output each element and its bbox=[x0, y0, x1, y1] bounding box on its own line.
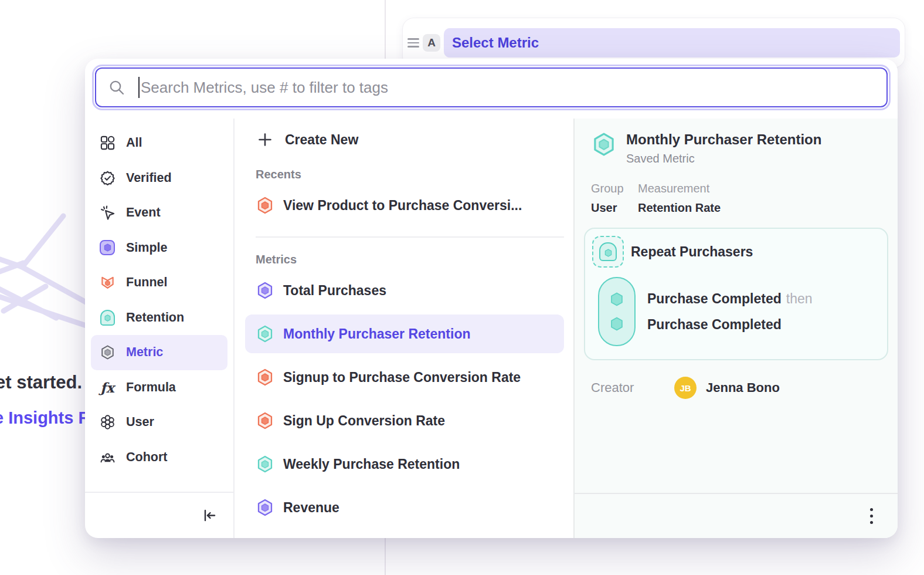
sidebar-item-formula[interactable]: ƒx Formula bbox=[91, 370, 227, 405]
detail-subtitle: Saved Metric bbox=[626, 152, 821, 165]
step-hexagon-icon bbox=[609, 292, 624, 307]
metric-item-label: Monthly Purchaser Retention bbox=[283, 326, 470, 342]
step-hexagon-icon bbox=[609, 316, 624, 332]
metric-item-label: Sign Up Conversion Rate bbox=[283, 413, 445, 429]
background-headline-fragment: et started. bbox=[0, 372, 82, 393]
select-metric-label: Select Metric bbox=[452, 35, 539, 51]
definition-steps: Purchase Completedthen Purchase Complete… bbox=[647, 277, 813, 346]
sidebar-item-cohort[interactable]: Cohort bbox=[91, 440, 227, 475]
app-background: et started. e Insights Re A Select Metri… bbox=[0, 0, 924, 575]
metric-item-revenue[interactable]: Revenue bbox=[245, 488, 564, 527]
collapse-sidebar-button[interactable] bbox=[201, 507, 218, 525]
search-focus-ring bbox=[92, 65, 891, 110]
sidebar-item-label: Formula bbox=[126, 380, 176, 395]
sidebar-item-user[interactable]: User bbox=[91, 405, 227, 440]
collapse-left-icon bbox=[201, 507, 218, 525]
sidebar-item-label: Funnel bbox=[126, 275, 167, 290]
sidebar-item-simple[interactable]: Simple bbox=[91, 231, 227, 266]
hexagon-teal-icon bbox=[256, 324, 274, 343]
hexagon-orange-icon bbox=[256, 368, 274, 387]
background-illustration bbox=[0, 211, 94, 364]
definition-header: Repeat Purchasers bbox=[592, 236, 879, 268]
sidebar-item-label: Simple bbox=[126, 241, 168, 255]
creator-name: Jenna Bono bbox=[706, 380, 780, 395]
detail-footer bbox=[575, 493, 898, 538]
hexagon-purple-icon bbox=[256, 281, 274, 300]
metric-item-label: View Product to Purchase Conversi... bbox=[283, 198, 522, 214]
metric-item-label: Revenue bbox=[283, 500, 339, 516]
plus-icon bbox=[256, 130, 274, 149]
creator-avatar: JB bbox=[674, 377, 697, 399]
definition-card: Repeat Purchasers bbox=[584, 228, 888, 360]
recents-section-label: Recents bbox=[256, 168, 564, 181]
sidebar-item-label: All bbox=[126, 136, 142, 150]
sidebar-item-label: Event bbox=[126, 205, 161, 220]
hexagon-teal-icon bbox=[256, 455, 274, 473]
create-new-button[interactable]: Create New bbox=[256, 127, 564, 153]
retention-definition-icon bbox=[592, 236, 624, 268]
modal-columns: All Verified bbox=[85, 119, 898, 538]
creator-row: Creator JB Jenna Bono bbox=[584, 377, 888, 399]
sidebar-item-metric[interactable]: Metric bbox=[91, 335, 227, 370]
search-input[interactable] bbox=[141, 79, 886, 97]
hexagon-orange-icon bbox=[256, 411, 274, 430]
group-field: Group User bbox=[584, 182, 638, 215]
sidebar-item-retention[interactable]: Retention bbox=[91, 300, 227, 336]
hexagon-orange-icon bbox=[256, 196, 274, 215]
sidebar-item-verified[interactable]: Verified bbox=[91, 161, 227, 196]
metric-list-panel: Create New Recents View Product to Purch… bbox=[235, 119, 573, 538]
hexagon-purple-icon bbox=[256, 498, 274, 517]
text-cursor bbox=[138, 77, 140, 98]
simple-hexagon-icon bbox=[99, 239, 116, 256]
step-2-event: Purchase Completed bbox=[647, 317, 782, 332]
drag-handle-icon[interactable] bbox=[407, 38, 419, 48]
metric-detail-panel: Monthly Purchaser Retention Saved Metric… bbox=[573, 119, 898, 538]
group-label: Group bbox=[591, 182, 638, 195]
verified-badge-icon bbox=[99, 170, 116, 186]
metric-item-label: Weekly Purchase Retention bbox=[283, 456, 460, 472]
cohort-people-icon bbox=[99, 449, 116, 465]
metrics-section-label: Metrics bbox=[256, 253, 564, 266]
recent-metric-item[interactable]: View Product to Purchase Conversi... bbox=[245, 186, 564, 225]
filter-sidebar: All Verified bbox=[85, 119, 235, 538]
more-options-button[interactable] bbox=[867, 505, 877, 527]
formula-fx-icon: ƒx bbox=[99, 379, 116, 395]
measurement-field: Measurement Retention Rate bbox=[638, 182, 721, 215]
search-bar[interactable] bbox=[95, 67, 888, 107]
sidebar-item-event[interactable]: Event bbox=[91, 195, 227, 231]
metric-item-monthly-purchaser-retention[interactable]: Monthly Purchaser Retention bbox=[245, 314, 564, 353]
search-icon bbox=[108, 79, 125, 96]
group-value: User bbox=[591, 201, 638, 215]
grid-icon bbox=[99, 135, 116, 151]
metric-hexagon-icon bbox=[99, 344, 116, 361]
definition-body: Purchase Completedthen Purchase Complete… bbox=[598, 277, 879, 346]
sidebar-item-label: Cohort bbox=[126, 450, 167, 465]
hexagon-teal-icon bbox=[591, 131, 617, 157]
retention-arch-icon bbox=[99, 309, 116, 326]
series-letter-badge: A bbox=[423, 34, 440, 52]
sidebar-item-label: Verified bbox=[126, 171, 172, 185]
metric-picker-modal: All Verified bbox=[85, 59, 898, 538]
step-1-event: Purchase Completed bbox=[647, 291, 782, 306]
metric-item-weekly-purchase-retention[interactable]: Weekly Purchase Retention bbox=[245, 445, 564, 483]
select-metric-dropdown[interactable]: Select Metric bbox=[444, 28, 900, 58]
sidebar-item-label: Metric bbox=[126, 345, 163, 360]
measurement-label: Measurement bbox=[638, 182, 721, 195]
metric-item-signup-to-purchase-conversion-rate[interactable]: Signup to Purchase Conversion Rate bbox=[245, 358, 564, 397]
step-1: Purchase Completedthen bbox=[647, 291, 813, 307]
sidebar-item-all[interactable]: All bbox=[91, 126, 227, 161]
metric-item-total-purchases[interactable]: Total Purchases bbox=[245, 271, 564, 310]
detail-header: Monthly Purchaser Retention Saved Metric bbox=[584, 131, 888, 165]
creator-label: Creator bbox=[591, 380, 674, 395]
metric-item-label: Total Purchases bbox=[283, 283, 386, 299]
sidebar-item-label: Retention bbox=[126, 310, 184, 325]
measurement-value: Retention Rate bbox=[638, 201, 721, 215]
event-cursor-icon bbox=[99, 205, 116, 221]
create-new-label: Create New bbox=[285, 132, 358, 148]
step-2: Purchase Completed bbox=[647, 317, 813, 333]
sidebar-item-funnel[interactable]: Funnel bbox=[91, 265, 227, 300]
section-divider bbox=[256, 236, 564, 238]
metric-item-label: Signup to Purchase Conversion Rate bbox=[283, 370, 521, 385]
metric-item-sign-up-conversion-rate[interactable]: Sign Up Conversion Rate bbox=[245, 401, 564, 440]
detail-fields: Group User Measurement Retention Rate bbox=[584, 182, 888, 215]
